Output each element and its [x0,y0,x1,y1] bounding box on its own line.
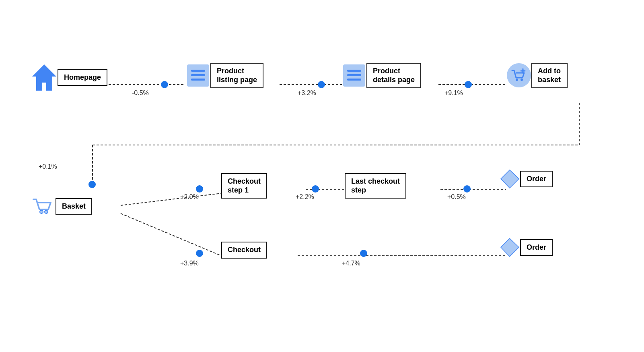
order2-label: Order [520,239,553,256]
last-checkout-label: Last checkoutstep [345,173,406,199]
order1-node: Order [499,168,553,190]
add-to-basket-label: Add tobasket [531,63,568,88]
dot-checkout1-last [312,185,319,193]
label-checkout1-last: +2.2% [296,193,314,201]
svg-rect-14 [191,74,205,76]
label-last-order1: +0.5% [447,193,466,201]
label-basket-return: +0.1% [39,163,57,170]
add-to-basket-node: Add tobasket [506,62,568,89]
diamond1-icon [499,168,521,190]
svg-line-6 [121,193,221,205]
product-details-label: Productdetails page [366,63,421,88]
dot-basket-checkout [196,250,203,257]
label-basket-checkout1: +2.0% [180,193,199,201]
dot-details-basket [465,81,472,88]
add-cart-icon [506,62,532,89]
homepage-node: Homepage [30,62,107,93]
svg-point-20 [507,63,531,87]
svg-rect-19 [347,79,361,81]
label-listing-details: +3.2% [298,89,316,97]
svg-marker-11 [32,64,56,91]
dot-homepage-listing [161,81,168,88]
product-details-node: Productdetails page [341,62,421,89]
svg-point-25 [40,210,43,213]
home-icon [30,62,58,93]
basket-label: Basket [56,198,92,215]
basket-icon [30,193,56,219]
svg-rect-18 [347,74,361,76]
label-checkout-order2: +4.7% [342,260,360,267]
svg-point-26 [45,210,48,213]
checkout-step1-label: Checkoutstep 1 [221,173,267,199]
checkout-node: Checkout [221,242,267,259]
diamond2-icon [499,236,521,259]
homepage-label: Homepage [58,69,107,86]
order1-label: Order [520,171,553,188]
dot-basket-return [88,181,96,188]
details-icon [341,62,367,89]
label-details-basket: +9.1% [444,89,463,97]
dot-listing-details [318,81,325,88]
diagram-container: Homepage -0.5% Productlisting page +3.2% [0,0,644,352]
label-basket-checkout: +3.9% [180,260,199,267]
checkout-label: Checkout [221,242,267,259]
product-listing-label: Productlisting page [210,63,263,88]
dot-basket-checkout1 [196,185,203,193]
basket-node: Basket [30,193,92,219]
svg-rect-15 [191,79,205,81]
svg-point-21 [516,79,518,81]
svg-marker-27 [501,170,519,188]
svg-point-22 [521,79,523,81]
svg-rect-17 [347,70,361,72]
svg-marker-28 [501,238,519,257]
order2-node: Order [499,236,553,259]
dot-last-order1 [463,185,471,193]
svg-line-9 [121,213,221,256]
label-homepage-listing: -0.5% [132,89,149,97]
checkout-step1-node: Checkoutstep 1 [221,173,267,199]
product-listing-node: Productlisting page [185,62,263,89]
svg-rect-13 [191,70,205,72]
dot-checkout-order2 [360,250,367,257]
last-checkout-node: Last checkoutstep [345,173,406,199]
listing-icon [185,62,211,89]
